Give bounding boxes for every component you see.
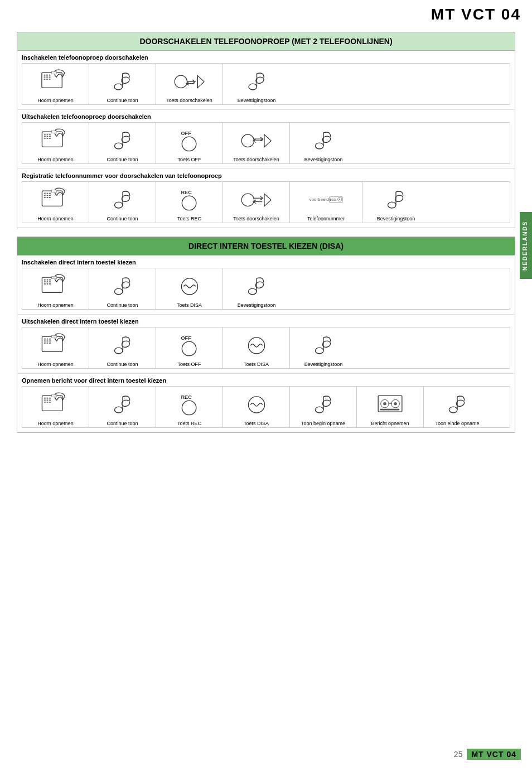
- bell-icon-1: [240, 66, 273, 97]
- fwd-switch-icon-1: [173, 66, 206, 97]
- step-continue-6: Continue toon: [89, 387, 156, 427]
- step-row-inschakelen-disa: Hoorn opnemen Continue toon: [22, 268, 510, 310]
- step-telefoonnummer: voorbeeld 0 0 3 .. 9 Te: [290, 182, 362, 223]
- step-label-hoorn-1: Hoorn opnemen: [37, 98, 74, 103]
- svg-text:9: 9: [338, 197, 340, 200]
- bell-icon-5: [307, 330, 340, 360]
- step-label-continue-3: Continue toon: [107, 216, 138, 221]
- subsection-inschakelen-disa: Inschakelen direct intern toestel kiezen: [17, 256, 515, 314]
- step-label-doorschakelen-2: Toets doorschakelen: [233, 157, 279, 162]
- svg-rect-126: [49, 402, 51, 403]
- svg-rect-21: [51, 71, 56, 74]
- step-label-hoorn-5: Hoorn opnemen: [37, 362, 74, 367]
- svg-rect-82: [49, 279, 51, 280]
- phone-icon-1: [39, 66, 72, 97]
- step-off-1: OFF Toets OFF: [156, 123, 223, 163]
- step-hoorn-opnemen-1: Hoorn opnemen: [22, 64, 89, 104]
- step-bevestiging-2: Bevestigingstoon: [290, 123, 357, 163]
- subsection-registratie: Registratie telefoonnummer voor doorscha…: [17, 168, 515, 228]
- step-rec-1: REC Toets REC: [156, 182, 223, 223]
- step-continue-3: Continue toon: [89, 182, 156, 223]
- svg-rect-118: [44, 397, 46, 398]
- svg-rect-41: [49, 138, 51, 139]
- continue-toon-icon-4: [106, 271, 139, 301]
- svg-point-94: [248, 288, 257, 295]
- svg-rect-12: [44, 74, 46, 75]
- disa-icon-1: [173, 271, 206, 301]
- svg-rect-39: [44, 138, 46, 139]
- svg-point-144: [449, 407, 457, 413]
- svg-rect-100: [49, 338, 51, 339]
- step-label-toon-einde: Toon einde opname: [435, 421, 479, 426]
- step-label-hoorn-3: Hoorn opnemen: [37, 216, 74, 221]
- phone-icon-3: [39, 184, 72, 215]
- phone-icon-2: [39, 125, 72, 156]
- step-label-continue-4: Continue toon: [107, 302, 138, 308]
- svg-point-25: [175, 75, 187, 88]
- tape-icon: [374, 389, 407, 420]
- svg-rect-59: [44, 197, 46, 198]
- svg-rect-20: [49, 79, 51, 80]
- step-label-off-1: Toets OFF: [177, 157, 201, 162]
- step-label-hoorn-2: Hoorn opnemen: [37, 157, 74, 162]
- svg-rect-89: [51, 276, 56, 279]
- step-label-bevestiging-2: Bevestigingstoon: [304, 157, 343, 162]
- step-row-inschakelen: Hoorn opnemen Continue toon: [22, 63, 510, 105]
- svg-text:0: 0: [330, 197, 331, 201]
- step-hoorn-2: Hoorn opnemen: [22, 123, 89, 163]
- phone-icon-6: [39, 389, 72, 420]
- svg-text:REC: REC: [181, 189, 192, 195]
- step-row-uitschakelen-disa: Hoorn opnemen Continue toon: [22, 327, 510, 369]
- step-continue-2: Continue toon: [89, 123, 156, 163]
- step-rec-2: REC Toets REC: [156, 387, 223, 427]
- step-off-2: OFF Toets OFF: [156, 327, 223, 368]
- subsection-uitschakelen: Uitschakelen telefoonoproep doorschakele…: [17, 109, 515, 168]
- bell-icon-2: [307, 125, 340, 156]
- svg-rect-87: [46, 283, 48, 285]
- svg-rect-125: [46, 402, 48, 403]
- continue-toon-icon-1: [106, 66, 139, 97]
- footer-brand: MT VCT 04: [467, 749, 521, 760]
- svg-point-76: [388, 202, 396, 208]
- svg-rect-120: [49, 397, 51, 398]
- svg-point-68: [241, 194, 254, 206]
- disa-icon-3: [240, 389, 273, 420]
- section-disa: DIRECT INTERN TOESTEL KIEZEN (DISA) Insc…: [17, 237, 515, 433]
- svg-rect-103: [49, 340, 51, 341]
- step-bevestigingstoon-1: Bevestigingstoon: [223, 64, 290, 104]
- bell-icon-3: [379, 184, 413, 215]
- step-hoorn-6: Hoorn opnemen: [22, 387, 89, 427]
- svg-text:OFF: OFF: [181, 130, 191, 136]
- step-label-hoorn-6: Hoorn opnemen: [37, 421, 74, 426]
- subsection-registratie-title: Registratie telefoonnummer voor doorscha…: [22, 172, 510, 179]
- step-label-bevestiging-5: Bevestigingstoon: [304, 362, 343, 367]
- section-doorschakelen-header: DOORSCHAKELEN TELEFOONOPROEP (MET 2 TELE…: [17, 32, 515, 51]
- step-doorschakelen-2: Toets doorschakelen: [223, 123, 290, 163]
- subsection-inschakelen-title: Inschakelen telefoonoproep doorschakelen: [22, 54, 510, 61]
- step-label-disa-2: Toets DISA: [244, 362, 269, 367]
- svg-rect-101: [44, 340, 46, 341]
- subsection-uitschakelen-title: Uitschakelen telefoonoproep doorschakele…: [22, 113, 510, 120]
- step-label-hoorn-4: Hoorn opnemen: [37, 302, 74, 308]
- voorbeeld-label: voorbeeld: [309, 197, 329, 202]
- svg-rect-104: [44, 343, 46, 344]
- svg-point-48: [241, 134, 254, 147]
- svg-rect-56: [44, 195, 46, 196]
- step-continue-5: Continue toon: [89, 327, 156, 368]
- step-bevestiging-3: Bevestigingstoon: [362, 182, 429, 223]
- step-label-bevestiging-4: Bevestigingstoon: [238, 302, 276, 308]
- step-label-doorschakelen-3: Toets doorschakelen: [233, 216, 279, 221]
- svg-point-22: [114, 84, 123, 90]
- main-content: DOORSCHAKELEN TELEFOONOPROEP (MET 2 TELE…: [0, 26, 532, 447]
- svg-point-128: [114, 407, 123, 413]
- svg-rect-102: [46, 340, 48, 341]
- svg-rect-35: [49, 133, 51, 134]
- fwd-switch-icon-2: [240, 125, 273, 156]
- page-footer: 25 MT VCT 04: [454, 749, 521, 760]
- svg-rect-60: [46, 197, 48, 198]
- page-title: MT VCT 04: [431, 6, 521, 23]
- svg-rect-15: [44, 76, 46, 78]
- step-disa-3: Toets DISA: [223, 387, 290, 427]
- svg-rect-106: [49, 343, 51, 344]
- svg-point-43: [114, 143, 123, 149]
